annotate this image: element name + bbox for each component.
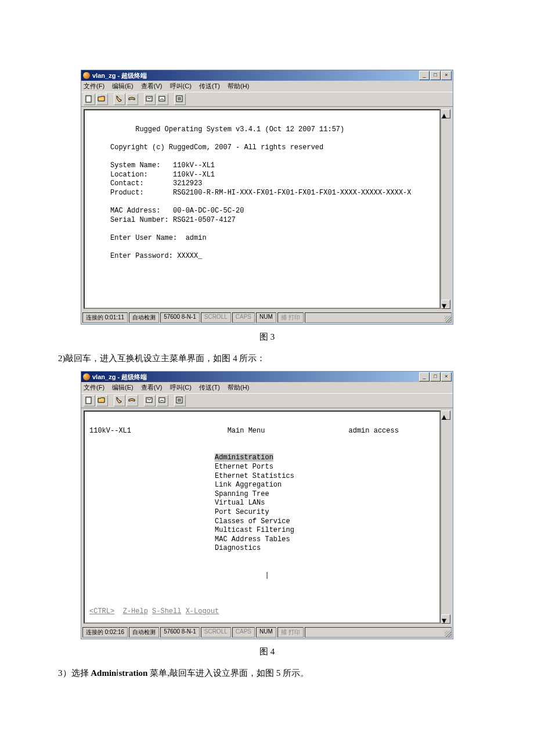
term-value: 00-0A-DC-0C-5C-20 [160,207,244,215]
term-label: Enter User Name: [89,234,177,242]
term-label: Contact: [89,179,144,188]
status-auto: 自动检测 [129,627,159,638]
footer-ctrl: <CTRL> [89,607,114,615]
menu-file[interactable]: 文件(F) [84,82,104,89]
menu-view[interactable]: 查看(V) [141,82,163,89]
menu-help[interactable]: 帮助(H) [228,82,249,89]
menu-call[interactable]: 呼叫(C) [170,384,192,391]
term-header-mid: Main Menu [228,427,265,435]
status-connection: 连接的 0:01:11 [82,312,128,323]
send-icon[interactable] [144,395,156,406]
terminal-content[interactable]: Rugged Operating System v3.4.1 (Oct 12 2… [84,109,441,309]
status-connection: 连接的 0:02:16 [82,627,128,638]
open-icon[interactable] [96,395,108,406]
close-button[interactable]: × [441,71,452,80]
menu-item[interactable]: Port Security [215,508,269,516]
menubar: 文件(F) 编辑(E) 查看(V) 呼叫(C) 传送(T) 帮助(H) [81,81,453,92]
scroll-up-icon[interactable]: ▴ [441,109,450,118]
hangup-icon[interactable] [127,93,138,105]
status-scroll: SCROLL [201,627,231,638]
hyperterminal-window-1: vlan_zg - 超级终端 _ □ × 文件(F) 编辑(E) 查看(V) 呼… [81,70,453,325]
menu-item[interactable]: Multicast Filtering [215,526,294,534]
resize-grip-icon[interactable] [445,316,452,323]
scroll-up-icon[interactable]: ▴ [441,411,450,420]
term-value: XXXXX_ [173,252,202,260]
call-icon[interactable] [114,395,125,406]
new-icon[interactable] [84,93,95,105]
footer-s-shell[interactable]: S-Shell [152,607,181,615]
scroll-down-icon[interactable]: ▾ [441,614,450,624]
menu-item[interactable]: Classes of Service [215,517,290,525]
para3-prefix: 3）选择 [58,668,91,678]
menu-item[interactable]: Diagnostics [215,544,261,552]
footer-x-logout[interactable]: X-Logout [186,607,219,615]
app-icon [83,373,90,380]
term-label: MAC Address: [89,207,160,215]
para3-bold1: Admin [91,668,116,678]
term-value: RSG21-0507-4127 [169,216,236,224]
new-icon[interactable] [84,395,95,406]
minimize-button[interactable]: _ [419,71,430,80]
status-rec: 捕 打印 [277,627,304,638]
status-caps: CAPS [232,627,255,638]
term-header-left: 110kV--XL1 [89,427,131,435]
term-label: Location: [89,171,148,179]
footer-z-help[interactable]: Z-Help [123,607,148,615]
menu-view[interactable]: 查看(V) [141,384,163,391]
menu-call[interactable]: 呼叫(C) [170,82,192,89]
status-scroll: SCROLL [201,312,231,323]
receive-icon[interactable] [157,93,168,105]
status-num: NUM [256,312,276,323]
figure-caption-3: 图 3 [35,332,499,343]
call-icon[interactable] [114,93,125,105]
svg-rect-7 [86,397,91,404]
menu-item[interactable]: Spanning Tree [215,490,269,498]
menu-edit[interactable]: 编辑(E) [112,384,134,391]
menu-item-administration[interactable]: Administration [215,453,273,462]
menu-item[interactable]: Ethernet Ports [215,463,273,471]
close-button[interactable]: × [441,372,452,381]
menu-file[interactable]: 文件(F) [84,384,104,391]
maximize-button[interactable]: □ [430,71,441,80]
send-icon[interactable] [144,93,156,105]
open-icon[interactable] [96,93,108,105]
app-icon [83,72,90,79]
terminal-content[interactable]: 110kV--XL1 Main Menu admin access Admini… [84,411,441,624]
titlebar[interactable]: vlan_zg - 超级终端 _ □ × [81,70,453,81]
status-rec: 捕 打印 [277,312,304,323]
menu-item[interactable]: Virtual LANs [215,499,265,507]
scroll-down-icon[interactable]: ▾ [441,300,450,309]
maximize-button[interactable]: □ [430,372,441,381]
term-label: System Name: [89,161,160,170]
menu-item[interactable]: Ethernet Statistics [215,472,294,480]
svg-rect-0 [86,96,91,102]
vertical-scrollbar[interactable]: ▴ ▾ [441,411,450,624]
hangup-icon[interactable] [127,395,138,406]
menu-item[interactable]: Link Aggregation [215,481,282,489]
term-label: Enter Password: [89,252,173,260]
vertical-scrollbar[interactable]: ▴ ▾ [441,109,450,309]
term-value: RSG2100-R-RM-HI-XXX-FX01-FX01-FX01-FX01-… [144,189,412,197]
status-num: NUM [256,627,276,638]
window-title: vlan_zg - 超级终端 [92,71,147,80]
status-auto: 自动检测 [129,312,159,323]
minimize-button[interactable]: _ [419,372,430,381]
status-baud: 57600 8-N-1 [160,627,200,638]
menu-transfer[interactable]: 传送(T) [199,384,220,391]
figure-caption-4: 图 4 [35,646,499,657]
term-value: admin [177,234,206,242]
receive-icon[interactable] [157,395,168,406]
term-value: 3212923 [144,179,203,188]
para3-bold2: stration [118,668,147,678]
menu-edit[interactable]: 编辑(E) [112,82,134,89]
properties-icon[interactable] [174,93,186,105]
resize-grip-icon[interactable] [445,631,452,638]
menu-transfer[interactable]: 传送(T) [199,82,220,89]
window-title: vlan_zg - 超级终端 [92,373,147,381]
titlebar[interactable]: vlan_zg - 超级终端 _ □ × [81,372,453,382]
term-line: Copyright (c) RuggedCom, 2007 - All righ… [89,143,323,152]
term-header-right: admin access [349,427,399,435]
properties-icon[interactable] [174,395,186,406]
menu-item[interactable]: MAC Address Tables [215,535,290,543]
menu-help[interactable]: 帮助(H) [228,384,249,391]
